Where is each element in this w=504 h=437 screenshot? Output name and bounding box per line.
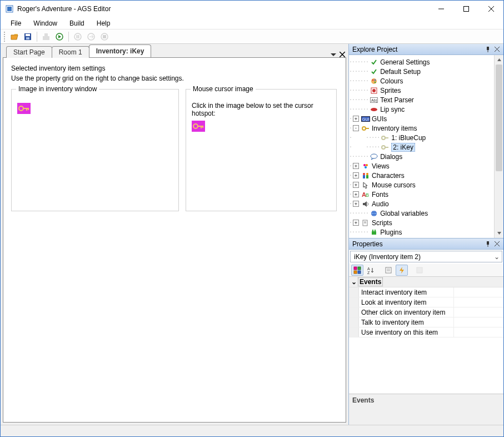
property-row-interact[interactable]: Interact inventory item xyxy=(349,287,503,297)
tree-item-audio[interactable]: ·+Audio xyxy=(349,199,494,208)
app-icon xyxy=(5,4,14,13)
plugin-icon xyxy=(370,228,378,237)
tab-menu-button[interactable] xyxy=(331,52,336,57)
tree-item-mouse-cursors[interactable]: ·+Mouse cursors xyxy=(349,180,494,190)
properties-grid[interactable]: ⌄ Events Interact inventory item Look at… xyxy=(349,277,503,394)
property-category-events[interactable]: ⌄ Events xyxy=(349,277,503,287)
main-area: Start Page Room 1 Inventory: iKey Select… xyxy=(1,44,503,425)
close-button[interactable] xyxy=(478,1,503,17)
save-button[interactable] xyxy=(22,31,34,43)
window-title: Roger's Adventure - AGS Editor xyxy=(17,5,428,13)
scroll-thumb[interactable] xyxy=(496,64,502,171)
tab-start-page[interactable]: Start Page xyxy=(6,46,52,58)
maximize-button[interactable] xyxy=(453,1,478,17)
audio-icon xyxy=(361,200,370,208)
svg-rect-65 xyxy=(375,230,376,231)
doc-heading: Selected inventory item settings xyxy=(11,64,338,72)
pause-button[interactable] xyxy=(72,31,84,43)
property-pages-button[interactable] xyxy=(382,265,395,276)
svg-rect-64 xyxy=(372,230,373,231)
tree-item-inv-ikey[interactable]: · ·····2: iKey xyxy=(349,142,494,152)
property-row-look[interactable]: Look at inventory item xyxy=(349,297,503,307)
groupbox-cursor-image: Mouse cursor image Click in the image be… xyxy=(186,89,337,211)
expand-icon[interactable]: + xyxy=(353,191,359,197)
inventory-image-preview[interactable] xyxy=(17,103,31,114)
svg-rect-9 xyxy=(43,36,49,40)
svg-rect-25 xyxy=(197,126,203,127)
tree-item-general-settings[interactable]: ·······General Settings xyxy=(349,57,494,67)
tree-item-dialogs[interactable]: ·······Dialogs xyxy=(349,152,494,161)
property-row-talk[interactable]: Talk to inventory item xyxy=(349,317,503,327)
expand-icon[interactable]: + xyxy=(353,116,359,122)
close-panel-icon[interactable] xyxy=(492,241,501,246)
svg-rect-3 xyxy=(463,7,468,12)
menu-build[interactable]: Build xyxy=(64,18,90,28)
scripts-icon xyxy=(361,218,370,227)
svg-point-55 xyxy=(366,173,368,175)
collapse-icon[interactable]: - xyxy=(353,125,359,131)
tree-item-rooms[interactable]: ·-Rooms xyxy=(349,237,494,238)
tree-item-fonts[interactable]: ·+ABFonts xyxy=(349,190,494,199)
tree-item-colours[interactable]: ·······Colours xyxy=(349,76,494,86)
tree-item-sprites[interactable]: ·······Sprites xyxy=(349,86,494,95)
step-button[interactable] xyxy=(85,31,97,43)
tree-item-guis[interactable]: ·+GUIGUIs xyxy=(349,114,494,123)
stop-button[interactable] xyxy=(98,31,111,43)
expand-icon[interactable]: + xyxy=(353,163,359,169)
groupbox-inventory-image: Image in inventory window xyxy=(11,89,179,211)
menu-file[interactable]: File xyxy=(5,18,27,28)
expand-icon[interactable]: + xyxy=(353,172,359,178)
run-button[interactable] xyxy=(53,31,66,43)
tree-item-plugins[interactable]: ·······Plugins xyxy=(349,227,494,237)
svg-point-12 xyxy=(74,33,81,40)
folder-icon xyxy=(361,237,370,239)
pin-icon[interactable] xyxy=(483,47,492,52)
pin-icon[interactable] xyxy=(483,241,492,247)
svg-text:Ab|: Ab| xyxy=(371,98,377,103)
minimize-button[interactable] xyxy=(428,1,453,17)
tree-item-views[interactable]: ·+Views xyxy=(349,161,494,171)
svg-rect-13 xyxy=(77,35,78,38)
tab-room-1[interactable]: Room 1 xyxy=(52,46,89,58)
key-icon xyxy=(381,133,390,142)
svg-point-52 xyxy=(365,166,367,168)
tree-scrollbar[interactable] xyxy=(494,55,503,238)
property-row-use-inventory[interactable]: Use inventory on this item xyxy=(349,327,503,337)
cursor-image-preview[interactable] xyxy=(192,121,205,132)
svg-rect-73 xyxy=(358,271,361,274)
close-panel-icon[interactable] xyxy=(492,47,501,52)
svg-rect-21 xyxy=(23,108,28,109)
tab-close-button[interactable] xyxy=(340,52,345,57)
scroll-up-icon[interactable] xyxy=(495,55,503,64)
cursor-icon xyxy=(361,181,370,190)
toolbar-grip xyxy=(4,32,6,42)
tree-item-lip-sync[interactable]: ·······Lip sync xyxy=(349,105,494,114)
tree-item-text-parser[interactable]: ·······Ab|Text Parser xyxy=(349,95,494,105)
scroll-down-icon[interactable] xyxy=(495,229,503,238)
tree-item-inventory-items[interactable]: ·-Inventory items xyxy=(349,123,494,133)
tree-item-default-setup[interactable]: ·······Default Setup xyxy=(349,67,494,76)
categorized-button[interactable] xyxy=(351,265,363,276)
expand-icon[interactable]: + xyxy=(353,201,359,207)
status-bar xyxy=(1,425,503,436)
tree-item-global-variables[interactable]: ·······Global variables xyxy=(349,208,494,218)
menu-window[interactable]: Window xyxy=(28,18,63,28)
svg-rect-7 xyxy=(26,34,30,36)
tree-item-characters[interactable]: ·+Characters xyxy=(349,171,494,180)
alphabetical-button[interactable]: AZ xyxy=(365,265,377,276)
project-tree[interactable]: ·······General Settings ·······Default S… xyxy=(349,55,494,238)
tree-item-inv-ibluecup[interactable]: · ·····1: iBlueCup xyxy=(349,133,494,142)
expand-icon[interactable]: + xyxy=(353,182,359,188)
expand-icon[interactable]: + xyxy=(353,220,359,226)
svg-rect-79 xyxy=(417,267,422,273)
properties-object-selector[interactable]: iKey (Inventory item 2) ⌄ xyxy=(350,251,502,262)
svg-rect-66 xyxy=(487,241,489,245)
menu-help[interactable]: Help xyxy=(91,18,116,28)
tab-inventory-ikey[interactable]: Inventory: iKey xyxy=(89,44,152,57)
property-row-other-click[interactable]: Other click on inventory item xyxy=(349,307,503,317)
right-column: Explore Project ·······General Settings … xyxy=(348,44,503,425)
tree-item-scripts[interactable]: ·+Scripts xyxy=(349,218,494,227)
events-button[interactable] xyxy=(396,265,408,276)
open-button[interactable] xyxy=(8,31,21,43)
build-button[interactable] xyxy=(40,31,52,43)
